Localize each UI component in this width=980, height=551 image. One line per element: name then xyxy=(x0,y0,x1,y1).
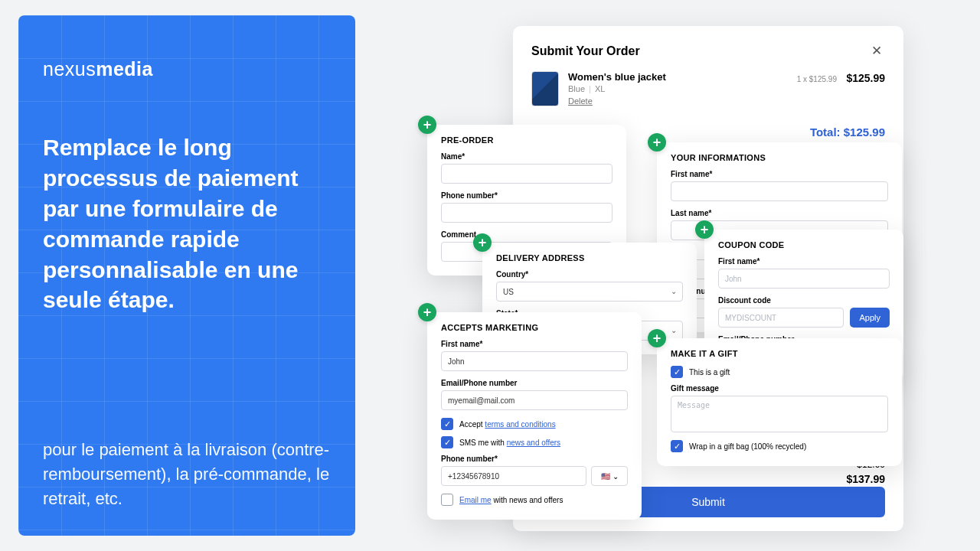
wrap-checkbox[interactable]: ✓ xyxy=(671,440,683,452)
marketing-phone[interactable] xyxy=(441,466,586,486)
line-price: $125.99 xyxy=(846,72,885,84)
email-me-checkbox[interactable] xyxy=(441,494,453,506)
gift-card: + MAKE IT A GIFT ✓ This is a gift Gift m… xyxy=(657,338,902,466)
plus-icon: + xyxy=(695,220,714,239)
name-label: Name* xyxy=(441,152,612,161)
phone-input[interactable] xyxy=(441,203,612,223)
plus-icon: + xyxy=(648,329,666,347)
comment-label: Comment xyxy=(441,230,612,239)
logo-bold: media xyxy=(96,58,153,80)
sms-checkbox[interactable]: ✓ xyxy=(441,436,453,448)
card-title: DELIVERY ADDRESS xyxy=(496,253,683,262)
logo-thin: nexus xyxy=(43,58,96,80)
card-title: COUPON CODE xyxy=(718,240,890,249)
name-input[interactable] xyxy=(441,164,612,184)
marketing-contact[interactable] xyxy=(441,390,628,410)
discount-code-input[interactable] xyxy=(718,308,844,328)
phone-label: Phone number* xyxy=(441,191,612,200)
plus-icon: + xyxy=(418,116,436,134)
plus-icon: + xyxy=(648,133,666,152)
logo: nexusmedia xyxy=(43,58,331,80)
apply-button[interactable]: Apply xyxy=(850,308,890,328)
delete-product[interactable]: Delete xyxy=(568,96,593,106)
close-icon[interactable]: ✕ xyxy=(868,43,885,59)
product-thumb xyxy=(531,71,559,106)
unit-price: 1 x $125.99 xyxy=(797,75,837,83)
accept-terms-checkbox[interactable]: ✓ xyxy=(441,418,453,430)
headline: Remplace le long processus de paiement p… xyxy=(43,132,331,315)
coupon-first-name[interactable] xyxy=(718,269,890,289)
card-title: MAKE IT A GIFT xyxy=(671,349,888,358)
email-me-link[interactable]: Email me xyxy=(459,496,492,504)
product-row: Women's blue jacket Blue|XL Delete 1 x $… xyxy=(531,71,885,107)
gift-message[interactable] xyxy=(671,396,888,432)
first-name-input[interactable] xyxy=(671,181,888,201)
product-name: Women's blue jacket xyxy=(568,71,788,83)
country-select[interactable] xyxy=(496,282,683,302)
plus-icon: + xyxy=(418,303,436,321)
product-variant: Blue|XL xyxy=(568,84,788,93)
modal-title: Submit Your Order xyxy=(531,44,640,58)
marketing-card: + ACCEPTS MARKETING First name* Email/Ph… xyxy=(427,312,642,520)
marketing-first-name[interactable] xyxy=(441,351,628,371)
card-title: YOUR INFORMATIONS xyxy=(671,153,888,162)
promo-panel: nexusmedia Remplace le long processus de… xyxy=(18,15,355,536)
phone-country-select[interactable]: 🇺🇸 ⌄ xyxy=(591,466,628,486)
subtext: pour le paiement à la livraison (contre-… xyxy=(43,438,331,511)
is-gift-checkbox[interactable]: ✓ xyxy=(671,366,683,378)
card-title: PRE-ORDER xyxy=(441,135,612,145)
news-link[interactable]: news and offers xyxy=(507,439,560,447)
card-title: ACCEPTS MARKETING xyxy=(441,323,628,332)
plus-icon: + xyxy=(473,233,492,252)
terms-link[interactable]: terms and conditions xyxy=(485,420,555,429)
chevron-down-icon: ⌄ xyxy=(612,472,619,481)
